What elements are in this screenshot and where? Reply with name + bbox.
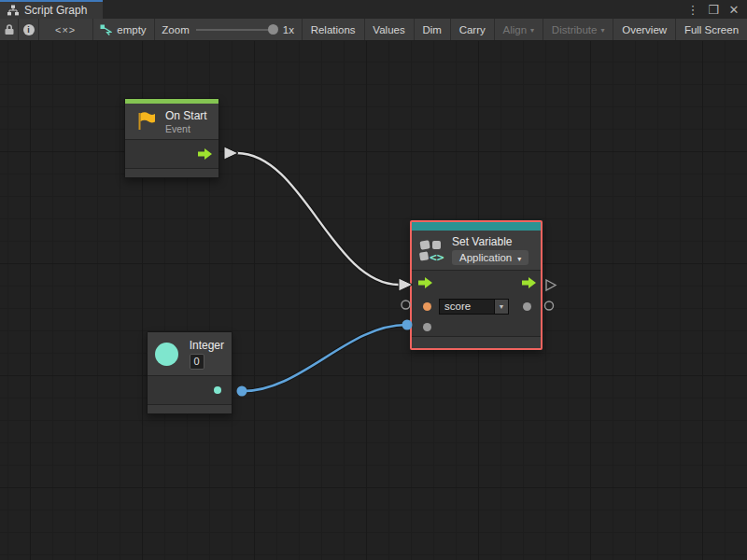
node-on-start[interactable]: On Start Event [124, 98, 219, 178]
button-label: Align [503, 24, 528, 35]
flag-icon [134, 110, 157, 133]
node-integer[interactable]: Integer 0 [147, 331, 233, 414]
lock-button[interactable] [0, 19, 18, 40]
toolbar: i <×> empty Zoom 1x Relatio [0, 19, 747, 41]
title-bar: Script Graph ⋮ ❒ ✕ [0, 0, 747, 19]
value-input-port[interactable] [423, 323, 431, 331]
overview-button[interactable]: Overview [613, 19, 675, 40]
on-start-body [125, 139, 218, 168]
lock-icon [4, 23, 15, 35]
zoom-slider-handle[interactable] [268, 24, 278, 35]
on-start-header: On Start Event [125, 104, 218, 139]
button-label: Values [373, 24, 404, 35]
selection-label: empty [117, 24, 146, 35]
value-wire-outline [242, 325, 406, 391]
node-set-variable[interactable]: <> Set Variable Application ▾ [410, 220, 543, 350]
control-wire-start-arrow [224, 147, 238, 160]
align-button: Align ▾ [495, 19, 543, 40]
unconnected-exec-output-hint [546, 280, 556, 290]
value-output-port[interactable] [523, 302, 531, 311]
button-label: Full Screen [684, 24, 739, 35]
variable-picker-button[interactable]: ▼ [495, 299, 509, 315]
info-icon: i [23, 24, 35, 35]
graph-window: Script Graph ⋮ ❒ ✕ i <×> [0, 0, 747, 560]
node-subtitle: Event [165, 123, 207, 134]
info-button[interactable]: i [19, 19, 38, 40]
graph-tab-icon [7, 5, 19, 16]
code-icon: <×> [55, 24, 76, 35]
dim-button[interactable]: Dim [414, 19, 449, 40]
graph-canvas[interactable]: On Start Event Integer 0 [0, 41, 747, 560]
integer-output-port[interactable] [214, 386, 221, 394]
variable-name-field-group: ▼ [439, 299, 509, 315]
tab-script-graph[interactable]: Script Graph [0, 0, 103, 19]
on-start-footer [125, 168, 218, 177]
exec-output-port[interactable] [522, 277, 536, 288]
integer-footer [148, 404, 232, 413]
button-label: Distribute [552, 24, 598, 35]
integer-value-field[interactable]: 0 [190, 354, 204, 370]
node-title: Integer [190, 339, 224, 352]
variable-accent-bar [412, 222, 541, 231]
variable-scope-dropdown[interactable]: Application ▾ [452, 250, 529, 265]
control-wire [237, 153, 399, 285]
chevron-down-icon: ▾ [600, 26, 604, 35]
edit-source-button[interactable]: <×> [39, 19, 92, 40]
variable-name-port[interactable] [423, 302, 431, 311]
variable-name-input[interactable] [439, 299, 495, 315]
unconnected-input-hint [402, 301, 410, 309]
zoom-control: Zoom 1x [154, 19, 302, 40]
exec-input-port[interactable] [418, 277, 432, 288]
zoom-slider[interactable] [196, 29, 276, 31]
button-label: Relations [311, 24, 356, 35]
integer-type-icon [155, 343, 178, 366]
button-label: Dim [422, 24, 441, 35]
relations-button[interactable]: Relations [303, 19, 364, 40]
scope-label: Application [459, 252, 512, 263]
set-variable-footer [412, 336, 541, 348]
svg-text:<>: <> [430, 250, 444, 263]
zoom-label: Zoom [162, 24, 189, 35]
node-title: On Start [165, 109, 207, 122]
distribute-button: Distribute ▾ [543, 19, 613, 40]
set-variable-body: ▼ [412, 270, 541, 336]
window-controls: ⋮ ❒ ✕ [685, 0, 747, 19]
tab-label: Script Graph [24, 4, 87, 17]
wires-layer [0, 41, 747, 560]
value-wire-start-cap [237, 386, 247, 397]
menu-icon[interactable]: ⋮ [685, 3, 700, 17]
chevron-down-icon: ▾ [517, 255, 521, 263]
zoom-value: 1x [283, 24, 294, 35]
integer-header: Integer 0 [148, 332, 232, 375]
set-variable-header: <> Set Variable Application ▾ [412, 231, 541, 270]
exec-output-port[interactable] [198, 148, 212, 160]
node-title: Set Variable [452, 235, 529, 248]
fullscreen-button[interactable]: Full Screen [676, 19, 747, 40]
integer-body [148, 375, 232, 404]
control-wire-outline [237, 153, 399, 285]
selection-indicator: empty [92, 19, 153, 40]
close-icon[interactable]: ✕ [726, 3, 741, 17]
values-button[interactable]: Values [364, 19, 413, 40]
maximize-icon[interactable]: ❒ [706, 3, 721, 17]
selection-icon [100, 24, 112, 35]
button-label: Overview [622, 24, 667, 35]
chevron-down-icon: ▾ [530, 26, 534, 35]
carry-button[interactable]: Carry [451, 19, 494, 40]
unconnected-output-hint [545, 301, 554, 310]
button-label: Carry [459, 24, 486, 35]
variables-icon: <> [419, 238, 444, 263]
value-wire [242, 325, 406, 391]
